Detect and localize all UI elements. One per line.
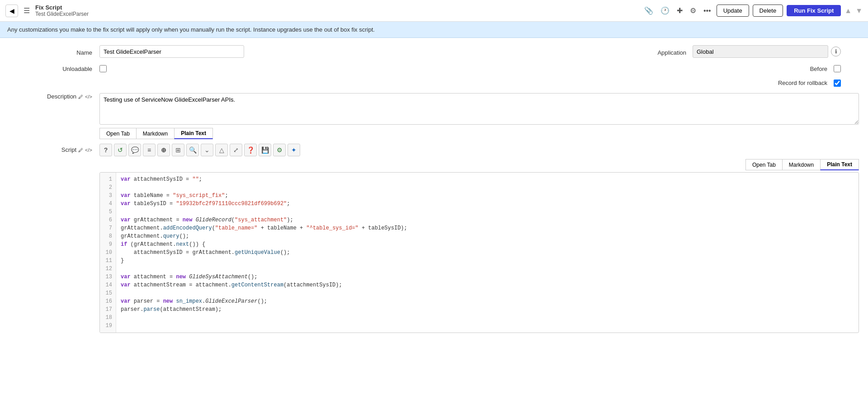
settings-toolbar-button[interactable]: ⚙ <box>273 144 286 156</box>
more-icon[interactable]: ••• <box>702 6 713 16</box>
expand-toolbar-button[interactable]: △ <box>215 144 228 156</box>
page-title: Fix Script <box>35 4 89 11</box>
info-banner: Any customizations you make to the fix s… <box>0 22 868 38</box>
banner-text: Any customizations you make to the fix s… <box>7 26 375 33</box>
description-label: Description <box>47 93 76 100</box>
application-row: Application ℹ <box>434 45 859 58</box>
script-content: ? ↺ 💬 ≡ ⊕ ⊞ 🔍 ⌄ △ ⤢ ❓ 💾 ⚙ ✦ Open Tab Mar… <box>99 144 859 333</box>
snippet-toolbar-button[interactable]: ⊞ <box>172 144 184 156</box>
attach-icon[interactable]: 📎 <box>642 5 655 16</box>
name-label: Name <box>9 47 99 56</box>
description-code-icon[interactable]: </> <box>85 94 92 99</box>
line-numbers: 12345678910111213141516171819 <box>100 173 116 333</box>
script-tab-markdown[interactable]: Markdown <box>782 159 820 170</box>
code-editor[interactable]: 12345678910111213141516171819 var attach… <box>99 172 859 333</box>
before-row: Before <box>434 63 859 72</box>
fullscreen-toolbar-button[interactable]: ⤢ <box>230 144 242 156</box>
nav-down-button[interactable]: ▼ <box>855 7 863 15</box>
script-toolbar: ? ↺ 💬 ≡ ⊕ ⊞ 🔍 ⌄ △ ⤢ ❓ 💾 ⚙ ✦ <box>99 144 859 156</box>
script-edit-icon[interactable]: 🖉 <box>78 147 83 153</box>
back-button[interactable]: ◀ <box>5 5 18 17</box>
unloadable-label: Unloadable <box>9 64 99 72</box>
unloadable-checkbox[interactable] <box>99 65 107 72</box>
delete-button[interactable]: Delete <box>753 5 783 17</box>
application-label: Application <box>657 47 693 56</box>
record-for-rollback-label: Record for rollback <box>778 78 834 87</box>
script-tab-plaintext[interactable]: Plain Text <box>820 159 859 170</box>
info-toolbar-button[interactable]: ❓ <box>244 144 257 156</box>
record-for-rollback-checkbox[interactable] <box>834 80 841 87</box>
form-body: Name Application ℹ Unloadable Before Rec… <box>0 38 868 345</box>
code-content[interactable]: var attachmentSysID = ""; var tableName … <box>116 173 859 333</box>
description-content: Open Tab Markdown Plain Text <box>99 93 859 139</box>
run-fix-script-button[interactable]: Run Fix Script <box>787 5 841 16</box>
page-subtitle: Test GlideExcelParser <box>35 11 89 17</box>
format-toolbar-button[interactable]: ≡ <box>143 144 156 156</box>
script-label: Script <box>61 146 76 153</box>
header-actions: 📎 🕐 ✚ ⚙ ••• Update Delete Run Fix Script… <box>642 5 863 17</box>
history-icon[interactable]: 🕐 <box>659 5 671 16</box>
header: ◀ ☰ Fix Script Test GlideExcelParser 📎 🕐… <box>0 0 868 22</box>
plus-icon[interactable]: ✚ <box>675 5 684 16</box>
description-label-col: Description 🖉 </> <box>9 93 99 139</box>
filter-icon[interactable]: ⚙ <box>688 5 698 16</box>
desc-tab-markdown[interactable]: Markdown <box>136 128 174 139</box>
insert-toolbar-button[interactable]: ⊕ <box>157 144 170 156</box>
undo-toolbar-button[interactable]: ↺ <box>114 144 127 156</box>
application-field-row: ℹ <box>693 45 841 58</box>
description-section: Description 🖉 </> Open Tab Markdown Plai… <box>9 93 859 139</box>
application-info-button[interactable]: ℹ <box>831 47 841 56</box>
name-row: Name <box>9 45 434 58</box>
before-checkbox[interactable] <box>834 65 841 72</box>
script-section: Script 🖉 </> ? ↺ 💬 ≡ ⊕ ⊞ 🔍 ⌄ △ ⤢ ❓ 💾 ⚙ <box>9 144 859 333</box>
header-left: ◀ ☰ Fix Script Test GlideExcelParser <box>5 4 642 17</box>
before-label: Before <box>810 64 834 72</box>
nav-up-button[interactable]: ▲ <box>844 7 852 15</box>
description-edit-icon[interactable]: 🖉 <box>78 94 83 99</box>
desc-tab-open[interactable]: Open Tab <box>99 128 136 139</box>
description-textarea[interactable] <box>99 93 859 125</box>
menu-icon[interactable]: ☰ <box>22 5 32 16</box>
desc-tab-plaintext[interactable]: Plain Text <box>174 128 213 139</box>
header-title-block: Fix Script Test GlideExcelParser <box>35 4 89 17</box>
collapse-toolbar-button[interactable]: ⌄ <box>201 144 213 156</box>
magic-toolbar-button[interactable]: ✦ <box>288 144 300 156</box>
search-toolbar-button[interactable]: 🔍 <box>186 144 199 156</box>
name-input[interactable] <box>99 45 244 58</box>
save-toolbar-button[interactable]: 💾 <box>259 144 271 156</box>
script-tab-row: Open Tab Markdown Plain Text <box>99 159 859 170</box>
update-button[interactable]: Update <box>717 5 749 17</box>
unloadable-row: Unloadable <box>9 63 434 72</box>
comment-toolbar-button[interactable]: 💬 <box>128 144 141 156</box>
record-for-rollback-row: Record for rollback <box>9 78 859 87</box>
application-input[interactable] <box>693 45 828 58</box>
description-tabs: Open Tab Markdown Plain Text <box>99 128 859 139</box>
script-label-col: Script 🖉 </> <box>9 144 99 333</box>
script-tab-open[interactable]: Open Tab <box>745 159 782 170</box>
script-code-icon[interactable]: </> <box>85 147 92 153</box>
help-toolbar-button[interactable]: ? <box>99 144 112 156</box>
